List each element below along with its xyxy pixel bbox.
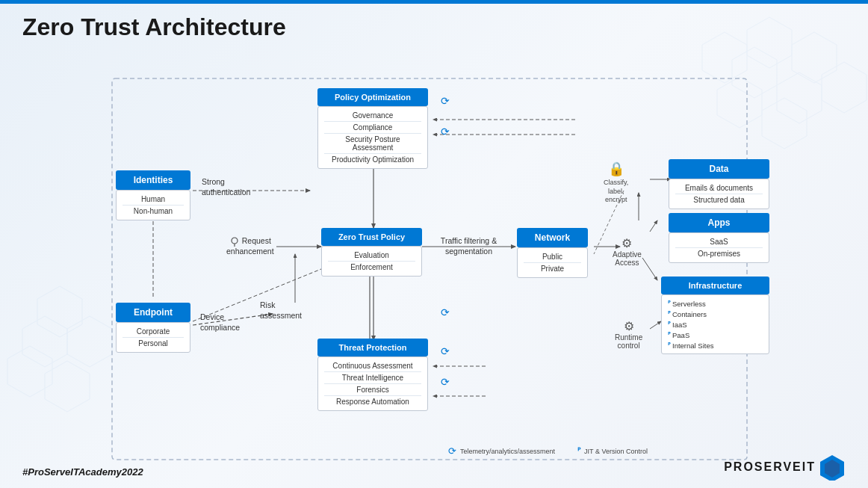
po-item-compliance: Compliance	[324, 122, 421, 134]
data-container: Data Emails & documents Structured data	[669, 159, 769, 209]
legend-telemetry: ⟳ Telemetry/analytics/assessment	[448, 445, 555, 457]
po-item-security-posture: Security Posture Assessment	[324, 134, 421, 154]
svg-marker-7	[702, 32, 747, 83]
telemetry-icon-4: ⟳	[441, 345, 450, 357]
request-enhancement-icon	[229, 236, 240, 247]
data-header: Data	[669, 159, 769, 179]
identities-container: Identities Human Non-human	[116, 170, 190, 220]
endpoint-blue-header: Endpoint	[116, 303, 190, 322]
footer-hashtag: #ProServeITAcademy2022	[22, 466, 143, 478]
risk-assessment-label: Riskassessment	[260, 300, 327, 321]
classify-label: Classify,label,encrypt	[604, 179, 628, 205]
apps-item-on-premises: On-premises	[675, 248, 763, 259]
policy-optimization-items: Governance Compliance Security Posture A…	[317, 106, 428, 169]
telemetry-icon-5: ⟳	[441, 376, 450, 388]
svg-line-24	[650, 321, 661, 329]
infra-item-paas: ᴾ PaaS	[668, 330, 763, 340]
legend: ⟳ Telemetry/analytics/assessment ᴾ JIT &…	[448, 445, 648, 457]
svg-marker-8	[37, 286, 82, 337]
tp-item-response: Response Automation	[324, 396, 421, 407]
policy-optimization-container: Policy Optimization Governance Complianc…	[317, 88, 428, 169]
infrastructure-header: Infrastructure	[661, 277, 769, 294]
svg-line-23	[642, 258, 657, 280]
svg-marker-5	[792, 32, 837, 83]
identities-item-human: Human	[123, 194, 184, 206]
apps-header: Apps	[669, 213, 769, 232]
legend-jit-icon: ᴾ	[577, 446, 580, 456]
po-item-governance: Governance	[324, 110, 421, 122]
po-item-productivity: Productivity Optimization	[324, 154, 421, 165]
identities-item-nonhuman: Non-human	[123, 206, 184, 217]
infrastructure-items: ᴾ Serverless ᴾ Containers ᴾ IaaS ᴾ PaaS …	[661, 294, 769, 354]
classify-icon: 🔒	[604, 161, 628, 177]
request-enhancement-label: Requestenhancement	[226, 236, 274, 257]
svg-marker-6	[822, 62, 867, 113]
device-compliance-label: Devicecompliance	[200, 312, 267, 333]
telemetry-icon-2: ⟳	[441, 126, 450, 138]
svg-marker-4	[747, 17, 792, 68]
policy-optimization-header: Policy Optimization	[317, 88, 428, 106]
classify-icon-area: 🔒 Classify,label,encrypt	[604, 161, 628, 205]
legend-telemetry-label: Telemetry/analytics/assessment	[460, 448, 555, 455]
svg-marker-11	[7, 346, 52, 397]
network-header: Network	[517, 228, 588, 247]
infra-item-iaas: ᴾ IaaS	[668, 319, 763, 330]
runtime-icon: ⚙	[615, 319, 642, 333]
runtime-control-label: ⚙ Runtimecontrol	[615, 319, 642, 350]
infra-item-internal-sites: ᴾ Internal Sites	[668, 340, 763, 350]
threat-protection-header: Threat Protection	[317, 339, 428, 356]
p-icon-serverless: ᴾ	[668, 300, 670, 307]
tp-item-forensics: Forensics	[324, 384, 421, 396]
data-item-emails: Emails & documents	[675, 182, 763, 194]
zero-trust-policy-items: Evaluation Enforcement	[321, 246, 422, 277]
infra-item-serverless: ᴾ Serverless	[668, 298, 763, 309]
infrastructure-container: Infrastructure ᴾ Serverless ᴾ Containers…	[661, 277, 769, 354]
svg-marker-2	[762, 98, 807, 149]
threat-protection-container: Threat Protection Continuous Assessment …	[317, 339, 428, 411]
legend-jit-label: JIT & Version Control	[584, 448, 648, 455]
svg-rect-15	[112, 78, 747, 460]
svg-marker-0	[732, 47, 777, 98]
svg-line-21	[650, 220, 657, 232]
ztp-item-enforcement: Enforcement	[328, 262, 415, 273]
ztp-item-evaluation: Evaluation	[328, 250, 415, 262]
adaptive-access-icon: ⚙	[613, 236, 642, 250]
identities-blue-header: Identities	[116, 170, 190, 190]
p-icon-containers: ᴾ	[668, 310, 670, 318]
page: Zero Trust Architecture	[0, 0, 868, 488]
page-title: Zero Trust Architecture	[22, 13, 286, 41]
logo-icon	[819, 454, 846, 481]
threat-protection-items: Continuous Assessment Threat Intelligenc…	[317, 356, 428, 411]
strong-auth-label: Strongauthentication	[202, 177, 276, 197]
p-icon-paas: ᴾ	[668, 331, 670, 339]
logo-area: PROSERVEIT	[724, 454, 846, 481]
apps-container: Apps SaaS On-premises	[669, 213, 769, 263]
data-items: Emails & documents Structured data	[669, 179, 769, 209]
apps-items: SaaS On-premises	[669, 232, 769, 263]
legend-telemetry-icon: ⟳	[448, 445, 456, 457]
endpoint-container: Endpoint Corporate Personal	[116, 303, 190, 353]
network-items: Public Private	[517, 247, 588, 278]
network-container: Network Public Private	[517, 228, 588, 278]
top-bar	[0, 0, 868, 4]
svg-marker-1	[777, 72, 822, 123]
svg-marker-10	[22, 316, 67, 367]
logo-text: PROSERVEIT	[724, 460, 816, 474]
svg-point-37	[232, 238, 238, 244]
endpoint-items: Corporate Personal	[116, 322, 190, 353]
traffic-filtering-label: Traffic filtering &segmentation	[430, 236, 508, 256]
network-item-public: Public	[524, 251, 581, 263]
data-item-structured: Structured data	[675, 194, 763, 206]
zero-trust-policy-container: Zero Trust Policy Evaluation Enforcement	[321, 228, 422, 277]
zero-trust-policy-header: Zero Trust Policy	[321, 228, 422, 246]
network-item-private: Private	[524, 263, 581, 274]
adaptive-access-label: ⚙ AdaptiveAccess	[613, 236, 642, 267]
infra-item-containers: ᴾ Containers	[668, 309, 763, 319]
tp-item-threat-intel: Threat Intelligence	[324, 372, 421, 384]
tp-item-continuous: Continuous Assessment	[324, 360, 421, 372]
endpoint-item-corporate: Corporate	[123, 326, 184, 338]
endpoint-item-personal: Personal	[123, 338, 184, 349]
apps-item-saas: SaaS	[675, 236, 763, 248]
svg-marker-9	[67, 316, 112, 367]
svg-marker-3	[717, 77, 762, 128]
